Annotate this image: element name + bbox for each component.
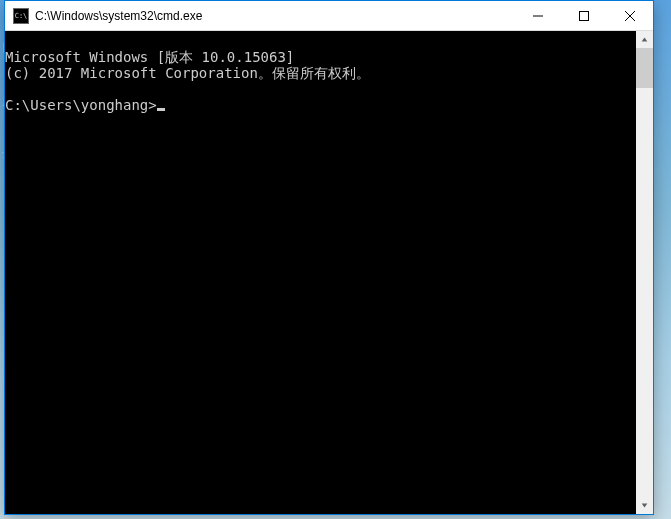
svg-rect-1 [580,11,589,20]
svg-marker-4 [642,37,648,41]
minimize-button[interactable] [515,1,561,30]
cmd-window: C:\ C:\Windows\system32\cmd.exe Microsof… [4,0,654,515]
cursor-icon [157,108,165,111]
window-controls [515,1,653,30]
cmd-icon: C:\ [13,8,29,24]
vertical-scrollbar[interactable] [636,31,653,514]
console-prompt: C:\Users\yonghang> [5,97,157,113]
console-line-copyright: (c) 2017 Microsoft Corporation。保留所有权利。 [5,65,370,81]
scrollbar-thumb[interactable] [636,48,653,88]
console-area: Microsoft Windows [版本 10.0.15063] (c) 20… [5,31,653,514]
scrollbar-down-arrow-icon[interactable] [636,497,653,514]
console-line-version: Microsoft Windows [版本 10.0.15063] [5,49,294,65]
console-output[interactable]: Microsoft Windows [版本 10.0.15063] (c) 20… [5,31,636,514]
window-title: C:\Windows\system32\cmd.exe [35,9,515,23]
maximize-button[interactable] [561,1,607,30]
scrollbar-up-arrow-icon[interactable] [636,31,653,48]
titlebar[interactable]: C:\ C:\Windows\system32\cmd.exe [5,1,653,31]
close-button[interactable] [607,1,653,30]
svg-marker-5 [642,503,648,507]
scrollbar-track[interactable] [636,48,653,497]
